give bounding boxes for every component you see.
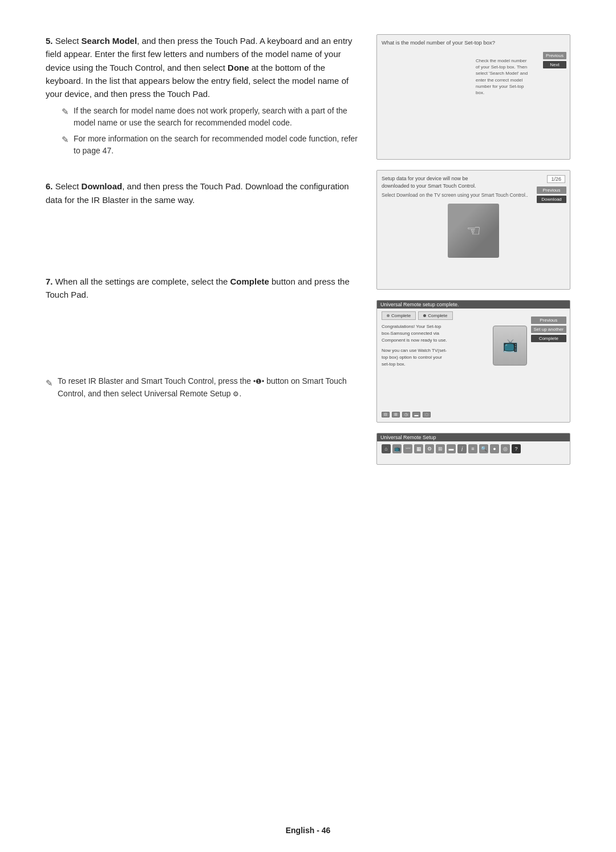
step-5-note-2: ✎ For more information on the search for… bbox=[62, 133, 359, 157]
panel3-tab2-dot bbox=[423, 314, 426, 317]
panel1-previous-btn[interactable]: Previous bbox=[543, 52, 566, 59]
step-5-title: 5. Select Search Model, and then press t… bbox=[46, 34, 359, 100]
panel4-icon-circle1: ● bbox=[490, 444, 499, 453]
panel1-side-buttons: Previous Next bbox=[543, 52, 566, 68]
step-5-note-2-text: For more information on the search for r… bbox=[74, 133, 359, 157]
panel4-icon-list: ≡ bbox=[468, 444, 477, 453]
step-7-block: 7. When all the settings are complete, s… bbox=[46, 275, 359, 302]
panel3-left-text: Congratulations! Your Set-top box-Samsun… bbox=[382, 323, 450, 368]
panel3-text-2: Now you can use Watch TV(set-top box) op… bbox=[382, 347, 450, 368]
panel3-side-buttons: Previous Set up another Complete bbox=[531, 317, 566, 342]
step-5-block: 5. Select Search Model, and then press t… bbox=[46, 34, 359, 157]
reset-note-text: To reset IR Blaster and Smart Touch Cont… bbox=[58, 375, 359, 400]
reset-note-block: ✎ To reset IR Blaster and Smart Touch Co… bbox=[46, 375, 359, 400]
step-5-done: Done bbox=[228, 63, 249, 72]
step-5-number: 5. bbox=[46, 36, 53, 46]
panel3-tab1-dot bbox=[387, 314, 390, 317]
panel3-icon-3: ◷ bbox=[402, 412, 410, 417]
panel2-hand-icon: ☜ bbox=[448, 204, 499, 258]
panel4-icons-row: ⌂ 📺 〰 ▦ ⚙ ⊞ ▬ i ≡ 🔍 ● ◎ ? bbox=[382, 444, 565, 453]
dot-button-icon: •❶• bbox=[253, 376, 264, 387]
settings-icon: ⚙ bbox=[233, 389, 239, 400]
panel4-icon-wave: 〰 bbox=[403, 444, 412, 453]
panel3-device-image: 📺 bbox=[493, 326, 527, 366]
panel3-previous-btn[interactable]: Previous bbox=[531, 317, 566, 324]
step-7-number: 7. bbox=[46, 277, 53, 286]
panel4-icon-question: ? bbox=[512, 444, 521, 453]
note-icon-1: ✎ bbox=[62, 106, 69, 119]
panel-search-model: What is the model number of your Set-top… bbox=[376, 34, 570, 160]
reset-universal-remote: Universal Remote Setup bbox=[144, 389, 231, 398]
step-5-notes: ✎ If the search for model name does not … bbox=[62, 105, 359, 157]
panel4-icon-settings: ⚙ bbox=[425, 444, 434, 453]
panel3-icon-2: ⊞ bbox=[392, 412, 400, 417]
panel-download: Setup data for your device will now be d… bbox=[376, 170, 570, 290]
right-column: What is the model number of your Set-top… bbox=[376, 34, 570, 465]
reset-note-icon: ✎ bbox=[46, 376, 53, 390]
panel4-icon-circle2: ◎ bbox=[501, 444, 510, 453]
step-6-title: 6. Select Download, and then press the T… bbox=[46, 180, 359, 206]
panel2-counter: 1/26 bbox=[547, 175, 565, 183]
panel2-previous-btn[interactable]: Previous bbox=[537, 186, 566, 194]
panel4-icon-search: 🔍 bbox=[479, 444, 488, 453]
panel1-info: Check the model number of your Set-top b… bbox=[476, 58, 530, 96]
panel3-setup-another-btn[interactable]: Set up another bbox=[531, 326, 566, 333]
panel4-icon-info: i bbox=[457, 444, 467, 453]
step-7-complete: Complete bbox=[230, 277, 269, 286]
step-6-download: Download bbox=[82, 181, 123, 191]
panel2-device-image: ☜ bbox=[448, 204, 499, 258]
panel3-tab2-label: Complete bbox=[428, 313, 447, 318]
page-footer: English - 46 bbox=[0, 826, 616, 835]
step-5-note-1: ✎ If the search for model name does not … bbox=[62, 105, 359, 129]
panel1-next-btn[interactable]: Next bbox=[543, 61, 566, 68]
panel3-complete-btn[interactable]: Complete bbox=[531, 335, 566, 342]
panel3-top-bar: Universal Remote setup complete. bbox=[377, 301, 570, 309]
step-5-search-model: Search Model bbox=[82, 36, 137, 46]
footer-text: English - 46 bbox=[286, 826, 331, 835]
left-column: 5. Select Search Model, and then press t… bbox=[46, 34, 359, 465]
panel-complete: Universal Remote setup complete. Complet… bbox=[376, 300, 570, 423]
panel4-icon-plus: ⊞ bbox=[436, 444, 445, 453]
step-5-note-1-text: If the search for model name does not wo… bbox=[74, 105, 359, 129]
panel3-tab-1: Complete bbox=[382, 311, 416, 320]
panel3-text-1: Congratulations! Your Set-top box-Samsun… bbox=[382, 323, 450, 344]
note-icon-2: ✎ bbox=[62, 133, 69, 147]
panel-universal-remote: Universal Remote Setup ⌂ 📺 〰 ▦ ⚙ ⊞ ▬ i ≡… bbox=[376, 433, 570, 465]
panel3-icon-1: ⊟ bbox=[382, 412, 390, 417]
panel3-tab1-label: Complete bbox=[391, 313, 411, 318]
panel3-icon-5: ◌ bbox=[423, 412, 431, 417]
panel4-icon-tv: 📺 bbox=[392, 444, 402, 453]
panel2-download-btn[interactable]: Download bbox=[537, 196, 566, 203]
panel4-top-bar: Universal Remote Setup bbox=[377, 433, 570, 441]
panel3-bottom-icons: ⊟ ⊞ ◷ ▬ ◌ bbox=[382, 412, 431, 417]
panel2-question: Setup data for your device will now be d… bbox=[382, 175, 496, 189]
panel2-side-buttons: Previous Download bbox=[537, 186, 566, 203]
panel3-tab-2: Complete bbox=[418, 311, 452, 320]
step-6-block: 6. Select Download, and then press the T… bbox=[46, 180, 359, 206]
panel4-icon-three: ▬ bbox=[447, 444, 456, 453]
panel1-question: What is the model number of your Set-top… bbox=[382, 39, 565, 160]
panel3-icon-4: ▬ bbox=[412, 412, 420, 417]
panel4-icon-grid: ▦ bbox=[414, 444, 423, 453]
panel4-icon-home: ⌂ bbox=[382, 444, 391, 453]
page-content: 5. Select Search Model, and then press t… bbox=[0, 0, 616, 510]
step-7-title: 7. When all the settings are complete, s… bbox=[46, 275, 359, 302]
step-6-number: 6. bbox=[46, 181, 53, 191]
